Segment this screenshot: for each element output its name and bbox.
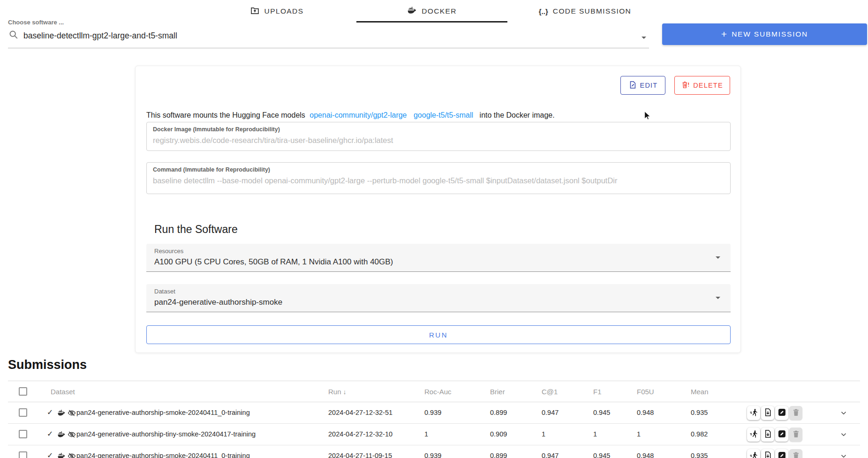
mount-text-suffix: into the Docker image. [480,111,555,119]
row-roc-auc: 0.939 [424,452,441,458]
running-person-icon [749,408,758,419]
download-run-button[interactable] [761,406,774,420]
row-run: 2024-04-27-12-32-10 [328,430,392,438]
running-person-icon [749,451,758,458]
row-roc-auc: 0.939 [424,409,441,416]
check-icon: ✓ [47,429,53,438]
software-select-underline [8,48,649,48]
plus-icon: + [721,29,727,40]
command-value: baseline detectllm --base-model openai-c… [153,176,618,185]
sort-descending-icon: ↓ [343,388,347,396]
command-field: Command (Immutable for Reproducibility) … [146,162,731,194]
dataset-value: pan24-generative-authorship-smoke [154,298,282,307]
table-row[interactable]: ✓ pan24-generative-authorship-smoke-2024… [8,402,860,424]
docker-image-value: registry.webis.de/code-research/tira/tir… [153,136,393,145]
row-dataset: pan24-generative-authorship-smoke-202404… [76,409,250,416]
tab-docker-label: DOCKER [422,7,457,15]
file-download-icon [763,429,772,440]
row-mean: 0.982 [691,430,708,438]
run-software-heading: Run the Software [154,223,238,236]
trash-icon [792,451,800,458]
edit-button-label: EDIT [640,82,658,89]
code-braces-icon: {..} [539,8,548,15]
rerun-button[interactable] [747,406,760,420]
software-select-chevron-down-icon[interactable] [642,37,646,39]
row-f1: 0.945 [593,409,610,416]
download-run-button[interactable] [761,449,774,458]
software-select-value[interactable]: baseline-detectllm-gpt2-large-and-t5-sma… [23,31,177,41]
header-dataset[interactable]: Dataset [51,388,75,396]
row-brier: 0.909 [490,430,507,438]
model-link-gpt2-large[interactable]: openai-community/gpt2-large [309,111,407,119]
tab-uploads[interactable]: UPLOADS [211,0,342,23]
row-checkbox[interactable] [19,408,27,417]
row-dataset: pan24-generative-authorship-smoke-202404… [76,452,250,458]
new-submission-button[interactable]: + NEW SUBMISSION [662,23,867,45]
resources-select[interactable]: Resources A100 GPU (5 CPU Cores, 50GB of… [146,244,731,272]
row-run: 2024-04-27-11-09-15 [328,452,392,458]
search-icon [8,30,19,40]
delete-button-label: DELETE [693,82,723,89]
expand-row-chevron-down-icon[interactable] [839,452,848,458]
header-roc-auc[interactable]: Roc-Auc [424,388,452,396]
trash-alert-icon [681,81,690,90]
header-f1[interactable]: F1 [593,388,602,396]
new-submission-label: NEW SUBMISSION [732,30,808,38]
tab-code-submission[interactable]: {..} CODE SUBMISSION [509,0,661,23]
row-c-at-1: 1 [542,430,545,438]
run-button[interactable]: RUN [146,325,731,344]
edit-button[interactable]: EDIT [620,76,665,95]
table-row[interactable]: ✓ pan24-generative-authorship-tiny-smoke… [8,424,860,445]
header-run[interactable]: Run↓ [328,388,347,396]
folder-upload-icon [250,6,260,17]
table-row[interactable]: ✓ pan24-generative-authorship-smoke-2024… [8,445,860,458]
delete-run-button[interactable] [789,406,802,420]
expand-row-chevron-down-icon[interactable] [839,409,848,417]
header-c-at-1[interactable]: C@1 [542,388,558,396]
trash-icon [792,429,800,440]
select-all-checkbox[interactable] [19,387,27,396]
row-f05u: 0.948 [637,409,654,416]
trash-icon [792,408,800,419]
software-select-label: Choose software ... [8,19,64,26]
file-download-icon [763,451,772,458]
row-f1: 1 [593,430,597,438]
download-run-button[interactable] [761,428,774,442]
rerun-button[interactable] [747,428,760,442]
tab-code-submission-label: CODE SUBMISSION [553,7,631,15]
check-icon: ✓ [47,451,53,458]
row-run: 2024-04-27-12-32-51 [328,409,392,416]
docker-image-field: Docker Image (Immutable for Reproducibil… [146,122,731,151]
dataset-select[interactable]: Dataset pan24-generative-authorship-smok… [146,284,731,312]
model-link-t5-small[interactable]: google-t5/t5-small [414,111,473,119]
mount-description: This software mounts the Hugging Face mo… [146,111,555,120]
resources-value: A100 GPU (5 CPU Cores, 50GB of RAM, 1 Nv… [154,257,393,267]
row-brier: 0.899 [490,409,507,416]
row-mean: 0.935 [691,452,708,458]
row-checkbox[interactable] [19,451,27,458]
docker-image-label: Docker Image (Immutable for Reproducibil… [153,126,280,133]
header-brier[interactable]: Brier [490,388,505,396]
review-run-button[interactable] [775,449,788,458]
dataset-chevron-down-icon [716,297,720,299]
expand-row-chevron-down-icon[interactable] [839,430,848,439]
submissions-rows: ✓ pan24-generative-authorship-smoke-2024… [8,402,860,458]
docker-whale-icon [57,409,66,417]
docker-whale-icon [407,6,417,17]
header-f05u[interactable]: F05U [637,388,654,396]
delete-button[interactable]: DELETE [674,76,730,95]
review-run-button[interactable] [775,428,788,442]
row-dataset: pan24-generative-authorship-tiny-smoke-2… [76,430,256,438]
rerun-button[interactable] [747,449,760,458]
row-f05u: 1 [637,430,641,438]
file-download-icon [763,408,772,419]
tab-docker[interactable]: DOCKER [356,0,507,23]
review-run-button[interactable] [775,406,788,420]
delete-run-button[interactable] [789,428,802,442]
delete-run-button[interactable] [789,449,802,458]
command-label: Command (Immutable for Reproducibility) [153,166,270,173]
header-mean[interactable]: Mean [691,388,709,396]
row-checkbox[interactable] [19,430,27,438]
header-run-label: Run [328,388,341,396]
row-c-at-1: 0.947 [542,409,559,416]
